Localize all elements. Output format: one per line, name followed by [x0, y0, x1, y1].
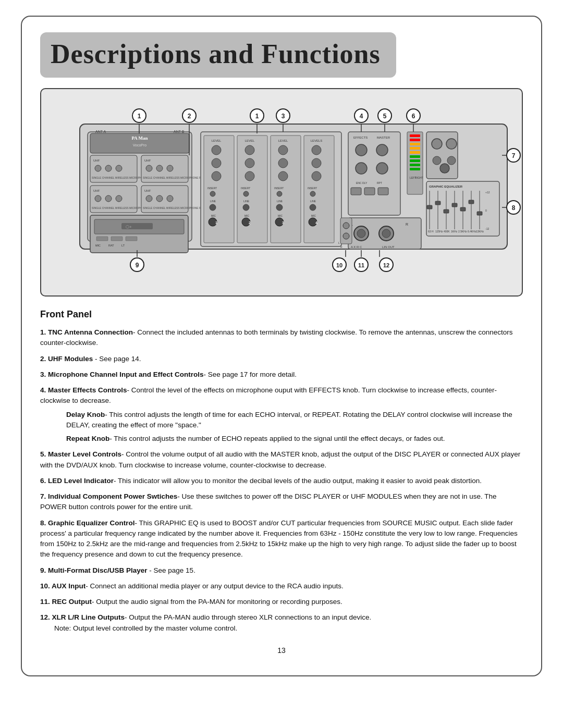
svg-text:RIGHT: RIGHT: [415, 176, 423, 179]
svg-text:UHF: UHF: [93, 159, 100, 162]
svg-text:⬡+: ⬡+: [126, 225, 132, 229]
front-panel-section: Front Panel 1. TNC Antenna Connection- C…: [40, 309, 523, 634]
sub-text: - This control adjusts the number of ECH…: [109, 435, 445, 442]
svg-point-21: [95, 195, 101, 202]
svg-point-82: [312, 171, 321, 181]
page-container: Descriptions and Functions PA Man VocoPr…: [21, 16, 542, 676]
svg-text:INSERT: INSERT: [241, 187, 250, 190]
list-item: 10. AUX Input- Connect an additional med…: [40, 581, 523, 591]
svg-point-118: [447, 156, 456, 165]
item-num: 9.: [40, 566, 48, 574]
svg-point-27: [146, 195, 152, 202]
svg-text:INSERT: INSERT: [207, 187, 217, 190]
svg-point-70: [278, 171, 288, 181]
svg-text:2: 2: [249, 221, 251, 225]
svg-rect-106: [410, 147, 420, 150]
svg-point-74: [276, 204, 283, 211]
svg-text:13KHz: 13KHz: [476, 230, 484, 233]
svg-point-17: [167, 165, 173, 171]
svg-text:10: 10: [336, 262, 342, 268]
svg-point-157: [343, 233, 349, 239]
svg-text:EFFECTS: EFFECTS: [353, 136, 368, 139]
item-note: Note: Output level controlled by the mas…: [54, 623, 237, 634]
svg-rect-103: [410, 134, 420, 137]
svg-text:LEVEL: LEVEL: [212, 139, 222, 142]
svg-point-45: [212, 158, 221, 168]
sub-item: Delay Knob- This control adjusts the len…: [66, 410, 523, 431]
list-item: 8. Graphic Equalizer Control- This GRAPH…: [40, 518, 523, 560]
svg-text:L: L: [338, 241, 340, 244]
item-text: - See page 15.: [148, 566, 195, 574]
item-label: Graphic Equalizer Control: [48, 519, 135, 527]
item-label: Master Level Controls: [48, 450, 121, 458]
svg-text:UHF: UHF: [93, 189, 100, 192]
item-label: AUX Input: [52, 582, 85, 590]
item-text: - Connect an additional media player or …: [85, 582, 344, 590]
svg-point-68: [278, 145, 288, 155]
sub-label: Delay Knob: [66, 411, 105, 418]
svg-text:LIN OUT: LIN OUT: [382, 245, 395, 249]
svg-point-16: [156, 165, 163, 171]
svg-text:1: 1: [255, 113, 259, 120]
sub-label: Repeat Knob: [66, 435, 109, 442]
svg-text:7: 7: [512, 152, 516, 159]
svg-text:LINE: LINE: [277, 200, 283, 203]
item-label: TNC Antenna Connection: [48, 328, 133, 336]
svg-rect-141: [469, 200, 474, 204]
svg-point-72: [277, 191, 282, 196]
svg-point-93: [356, 144, 367, 156]
svg-rect-90: [348, 132, 400, 215]
list-item: 11. REC Output- Output the audio signal …: [40, 597, 523, 607]
svg-point-60: [243, 191, 249, 196]
svg-text:LINE: LINE: [310, 200, 316, 203]
svg-text:-12: -12: [485, 227, 489, 230]
svg-point-46: [212, 171, 221, 181]
svg-text:1KHz: 1KHz: [451, 230, 458, 233]
svg-text:LEVEL: LEVEL: [245, 139, 255, 142]
svg-text:GRAPHIC EQUALIZER: GRAPHIC EQUALIZER: [429, 185, 463, 188]
item-num: 5.: [40, 450, 48, 458]
svg-point-15: [146, 165, 152, 171]
svg-text:RAT: RAT: [108, 244, 114, 247]
svg-rect-101: [378, 188, 388, 195]
item-num: 3.: [40, 371, 48, 378]
svg-rect-138: [444, 209, 449, 213]
svg-text:5: 5: [383, 113, 387, 120]
item-label: LED Level Indicator: [48, 477, 114, 485]
item-text: - See page 14.: [93, 355, 141, 363]
item-label: UHF Modules: [48, 355, 93, 363]
list-item: 12. XLR L/R Line Outputs- Output the PA-…: [40, 612, 523, 634]
svg-rect-110: [410, 164, 420, 166]
svg-text:R: R: [406, 223, 408, 226]
svg-point-28: [156, 195, 163, 202]
list-item: 2. UHF Modules - See page 14.: [40, 354, 523, 364]
svg-text:LINE: LINE: [243, 200, 250, 203]
svg-point-22: [105, 195, 112, 202]
item-num: 10.: [40, 582, 52, 590]
svg-point-11: [116, 165, 122, 171]
svg-rect-99: [351, 188, 361, 195]
list-item: 9. Multi-Format Disc/USB Player - See pa…: [40, 565, 523, 576]
svg-text:12: 12: [383, 262, 389, 268]
svg-rect-108: [410, 155, 420, 158]
svg-text:VocoPro: VocoPro: [133, 143, 147, 147]
svg-point-9: [95, 165, 101, 171]
svg-text:0: 0: [485, 209, 487, 212]
svg-text:1: 1: [215, 221, 217, 225]
svg-point-116: [446, 139, 457, 149]
svg-point-69: [278, 158, 288, 168]
svg-point-50: [210, 204, 216, 211]
list-item: 5. Master Level Controls- Control the vo…: [40, 449, 523, 471]
svg-text:8: 8: [512, 204, 516, 212]
svg-text:UHF: UHF: [144, 189, 151, 192]
list-item: 6. LED Level Indicator- This indicator w…: [40, 476, 523, 486]
svg-text:6.4KHz: 6.4KHz: [468, 230, 476, 233]
svg-point-84: [310, 191, 315, 196]
svg-text:1: 1: [138, 113, 141, 120]
item-num: 7.: [40, 492, 48, 500]
svg-text:MIC: MIC: [211, 214, 216, 217]
svg-point-86: [310, 204, 316, 211]
svg-point-56: [245, 145, 254, 155]
svg-text:4: 4: [360, 113, 363, 120]
list-item: 7. Individual Component Power Swtiches- …: [40, 491, 523, 513]
